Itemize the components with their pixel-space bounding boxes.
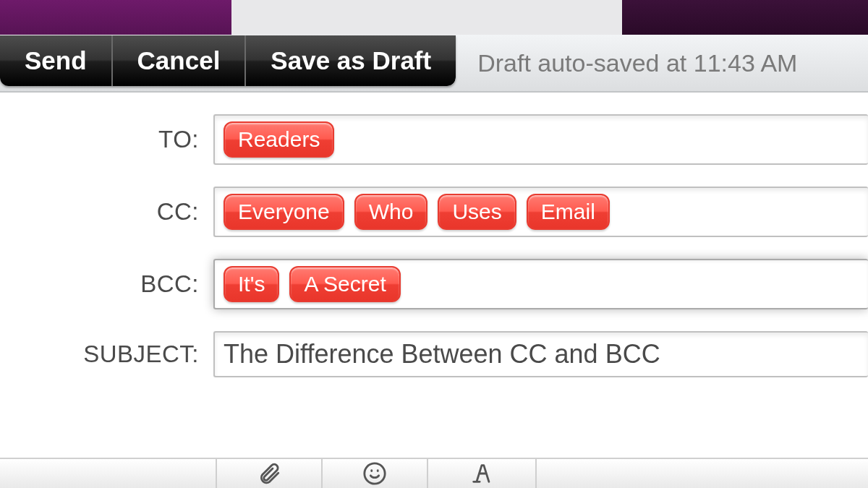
subject-row: SUBJECT: The Difference Between CC and B… — [0, 331, 868, 377]
recipient-chip[interactable]: A Secret — [289, 266, 400, 302]
paperclip-icon — [257, 461, 281, 486]
header-gap — [231, 0, 622, 35]
autosave-status: Draft auto-saved at 11:43 AM — [477, 49, 797, 77]
recipient-chip[interactable]: Who — [354, 194, 428, 230]
to-row: TO: Readers — [0, 114, 868, 165]
to-label: TO: — [0, 126, 213, 153]
subject-label: SUBJECT: — [0, 341, 213, 368]
format-tab[interactable] — [428, 459, 537, 488]
bcc-label: BCC: — [0, 270, 213, 298]
to-input[interactable]: Readers — [213, 114, 868, 165]
header-tab-right — [622, 0, 868, 35]
header-tab-left — [0, 0, 231, 35]
cc-row: CC: Everyone Who Uses Email — [0, 187, 868, 237]
cc-label: CC: — [0, 198, 213, 226]
recipient-chip[interactable]: Uses — [438, 194, 516, 230]
compose-area: TO: Readers CC: Everyone Who Uses Email … — [0, 93, 868, 377]
cancel-button[interactable]: Cancel — [113, 35, 247, 86]
send-button[interactable]: Send — [0, 35, 113, 86]
bcc-input[interactable]: It's A Secret — [213, 259, 868, 309]
toolbar-button-group: Send Cancel Save as Draft — [0, 35, 456, 86]
smile-icon — [362, 461, 387, 486]
app-header — [0, 0, 868, 35]
compose-toolbar: Send Cancel Save as Draft Draft auto-sav… — [0, 35, 868, 93]
cc-input[interactable]: Everyone Who Uses Email — [213, 187, 868, 237]
format-icon — [468, 461, 495, 486]
recipient-chip[interactable]: Readers — [224, 121, 334, 158]
recipient-chip[interactable]: Email — [527, 194, 610, 230]
subject-text: The Difference Between CC and BCC — [224, 339, 660, 369]
subject-input[interactable]: The Difference Between CC and BCC — [213, 331, 868, 377]
emoji-tab[interactable] — [323, 459, 428, 488]
recipient-chip[interactable]: It's — [224, 266, 279, 302]
attachment-tabs — [0, 458, 868, 488]
svg-point-0 — [365, 463, 385, 484]
bottom-spacer — [0, 459, 217, 488]
save-draft-button[interactable]: Save as Draft — [246, 35, 456, 86]
attach-tab[interactable] — [217, 459, 323, 488]
recipient-chip[interactable]: Everyone — [224, 194, 344, 230]
bcc-row: BCC: It's A Secret — [0, 259, 868, 309]
